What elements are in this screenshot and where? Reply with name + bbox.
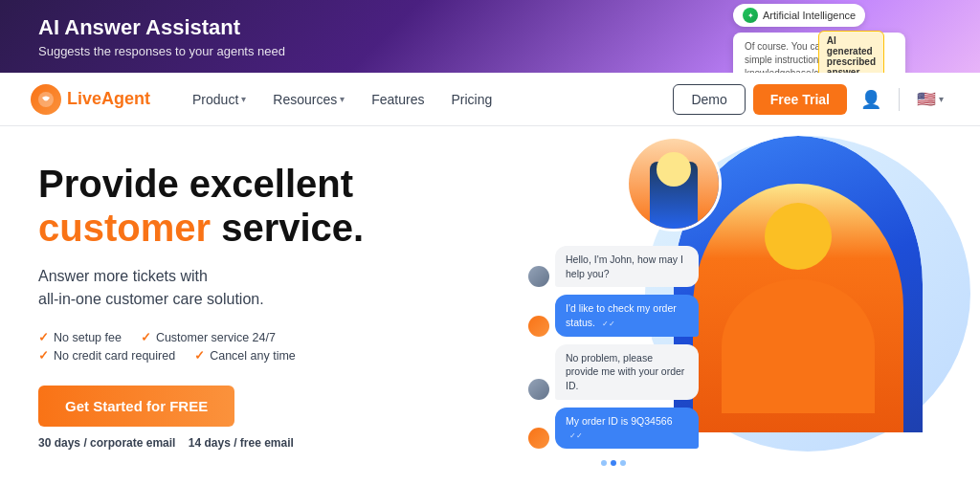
ai-badge: ✦ Artificial Intelligence — [733, 4, 865, 27]
nav-item-features[interactable]: Features — [360, 84, 435, 115]
chat-message-1: Hello, I'm John, how may I help you? — [528, 246, 699, 287]
chat-message-4: My order ID is 9Q34566 ✓✓ — [528, 408, 699, 449]
dot-1 — [601, 460, 607, 466]
check-item-support: ✓ Customer service 24/7 — [141, 330, 276, 344]
check-item-card: ✓ No credit card required — [38, 348, 175, 363]
check-row-2: ✓ No credit card required ✓ Cancel any t… — [38, 348, 480, 363]
chevron-down-icon: ▾ — [241, 94, 246, 104]
ai-generated-box: AI generated prescribed answer. — [818, 31, 884, 73]
note-days-corporate: 30 days — [38, 436, 80, 450]
hero-left: Provide excellent customer service. Answ… — [38, 126, 500, 485]
chevron-down-icon: ▾ — [939, 94, 944, 104]
get-started-button[interactable]: Get Started for FREE — [38, 386, 234, 427]
chat-message-3: No problem, please provide me with your … — [528, 344, 699, 400]
chat-bubble-blue-1: I'd like to check my order status. ✓✓ — [555, 295, 699, 336]
hero-section: Provide excellent customer service. Answ… — [0, 126, 980, 485]
language-selector[interactable]: 🇺🇸 ▾ — [911, 86, 949, 112]
hero-subtitle: Answer more tickets withall-in-one custo… — [38, 265, 480, 311]
demo-button[interactable]: Demo — [673, 84, 745, 115]
nav-divider — [899, 88, 900, 111]
chat-bubble-gray-2: No problem, please provide me with your … — [555, 344, 699, 400]
nav-item-resources[interactable]: Resources ▾ — [261, 84, 356, 115]
chat-bubble-gray-1: Hello, I'm John, how may I help you? — [555, 246, 699, 287]
dot-2 — [611, 460, 616, 466]
free-trial-button[interactable]: Free Trial — [753, 84, 847, 115]
banner-subtitle: Suggests the responses to your agents ne… — [38, 44, 285, 58]
user-icon[interactable]: 👤 — [855, 85, 887, 114]
logo-icon — [31, 84, 61, 115]
chat-avatar-2 — [528, 316, 549, 337]
chat-avatar-3 — [528, 379, 549, 400]
chat-area: Hello, I'm John, how may I help you? I'd… — [528, 246, 699, 466]
ai-dot-icon: ✦ — [743, 8, 758, 23]
chat-bubble-blue-2: My order ID is 9Q34566 ✓✓ — [555, 408, 699, 449]
nav-links: Product ▾ Resources ▾ Features Pricing — [181, 84, 673, 115]
dot-3 — [620, 460, 626, 466]
check-item-cancel: ✓ Cancel any time — [194, 348, 296, 363]
chevron-down-icon: ▾ — [340, 94, 345, 104]
check-row-1: ✓ No setup fee ✓ Customer service 24/7 — [38, 330, 480, 344]
banner-text: AI Answer Assistant Suggests the respons… — [38, 15, 285, 58]
nav-actions: Demo Free Trial 👤 🇺🇸 ▾ — [673, 84, 949, 115]
banner: AI Answer Assistant Suggests the respons… — [0, 0, 980, 73]
check-item-setup: ✓ No setup fee — [38, 330, 122, 344]
navbar: LiveAgent Product ▾ Resources ▾ Features… — [0, 73, 980, 126]
person-secondary-avatar — [626, 136, 722, 231]
chat-avatar-4 — [528, 428, 549, 449]
chat-avatar-1 — [528, 266, 549, 287]
nav-item-pricing[interactable]: Pricing — [439, 84, 503, 115]
logo[interactable]: LiveAgent — [31, 84, 150, 115]
hero-title: Provide excellent customer service. — [38, 162, 480, 250]
hero-note: 30 days / corporate email 14 days / free… — [38, 436, 480, 450]
banner-visual: ✦ Artificial Intelligence Of course. You… — [733, 4, 923, 73]
note-days-free: 14 days — [189, 436, 231, 450]
hero-checks: ✓ No setup fee ✓ Customer service 24/7 ✓… — [38, 330, 480, 363]
chat-message-2: I'd like to check my order status. ✓✓ — [528, 295, 699, 336]
logo-text: LiveAgent — [67, 89, 150, 109]
dots-indicator — [528, 460, 699, 466]
banner-title: AI Answer Assistant — [38, 15, 285, 40]
hero-right: Hello, I'm John, how may I help you? I'd… — [500, 126, 942, 485]
nav-item-product[interactable]: Product ▾ — [181, 84, 257, 115]
